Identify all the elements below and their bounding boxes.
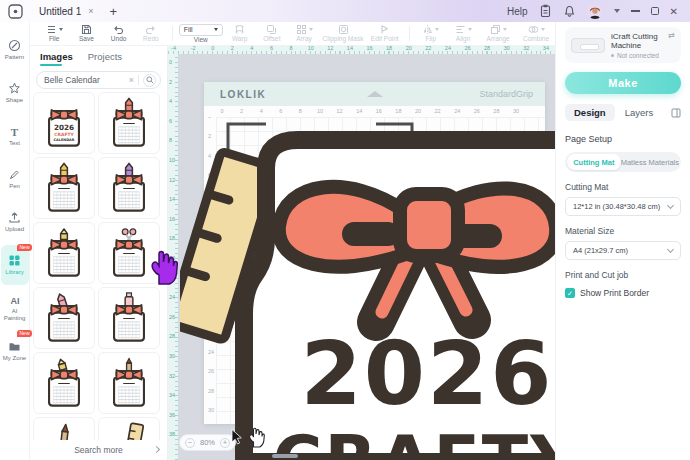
upload-icon [8,211,21,224]
library-item[interactable] [33,222,95,284]
flip-button[interactable]: Flip [415,24,447,43]
sidebar-item-text[interactable]: T Text [1,116,29,156]
ai-painting-icon: AI [8,294,22,306]
ruler-number: 8 [169,137,172,143]
library-item[interactable] [98,352,160,414]
arrange-icon [490,24,501,35]
ruler-number: 0 [169,59,172,65]
account-menu-caret-icon[interactable] [614,9,620,13]
edit-point-button[interactable]: Edit Point [366,24,404,43]
design-word-text: CRAFTY [273,421,555,460]
machine-name: iCraft Cutting Machine [611,32,675,50]
offset-button[interactable]: Offset [256,24,288,43]
home-button[interactable] [8,4,23,19]
zoom-out-button[interactable]: − [185,438,195,448]
view-mode-select[interactable]: Fill [179,24,223,36]
collapse-panel-icon[interactable] [671,108,681,118]
user-avatar[interactable] [587,3,603,19]
combine-button[interactable]: Combine [517,24,555,43]
design-artwork[interactable]: 2026 CRAFTY [180,110,555,460]
status-dot [611,54,614,57]
redo-button[interactable]: Redo [135,24,167,43]
search-button[interactable] [143,74,156,87]
cutting-mat-label: Cutting Mat [565,182,681,192]
window-close-button[interactable]: ✕ [670,6,678,17]
ruler-number: 38 [169,431,175,437]
pen-icon [8,168,21,181]
search-value[interactable]: Belle Calendar [44,75,125,85]
sidebar-item-my-zone[interactable]: New My Zone [1,331,29,371]
library-item[interactable] [33,157,95,219]
zoom-control: − 80% + [179,434,236,451]
ruler-number: 28 [169,333,175,339]
file-button[interactable]: File [38,24,70,43]
sidebar-item-upload[interactable]: Upload [1,202,29,242]
ruler-number: 36 [169,412,175,418]
undo-button[interactable]: Undo [103,24,135,43]
align-button[interactable]: Align [447,24,479,43]
machine-card[interactable]: iCraft Cutting Machine Not connected ⇄ [565,27,681,63]
sidebar-item-library[interactable]: New Library [1,245,29,285]
right-panel: iCraft Cutting Machine Not connected ⇄ M… [555,22,690,460]
toggle-cutting-mat[interactable]: Cutting Mat [567,154,621,170]
window-minimize-button[interactable] [631,10,640,12]
mat-header: LOKLIK StandardGrip [204,82,545,106]
notifications-bell-icon[interactable] [563,4,576,18]
sidebar-item-ai-painting[interactable]: AI AI Painting [1,288,29,328]
svg-text:T: T [11,126,19,138]
tab-images[interactable]: Images [40,51,73,66]
zoom-in-button[interactable]: + [220,438,230,448]
ruler-number: 10 [169,157,175,163]
avatar-image [587,3,603,19]
document-tab[interactable]: Untitled 1 × [39,6,94,17]
window-maximize-button[interactable] [651,7,659,15]
horizontal-scrollbar[interactable] [272,454,298,458]
array-button[interactable]: Array [288,24,320,43]
switch-machine-icon[interactable]: ⇄ [668,31,675,40]
toolbar-separator [172,26,173,41]
machine-image [571,38,605,53]
cutting-mat-select[interactable]: 12*12 in (30.48*30.48 cm) [565,197,681,216]
make-button[interactable]: Make [565,72,681,94]
sidebar-item-shape[interactable]: Shape [1,73,29,113]
caret-down-icon [214,28,218,31]
chevron-down-icon [667,245,674,252]
library-item[interactable] [98,157,160,219]
tab-design[interactable]: Design [565,104,615,121]
library-item[interactable] [98,92,160,154]
checkbox-checked[interactable] [565,288,575,298]
search-more-button[interactable]: Search more [30,442,167,458]
library-item[interactable] [33,417,95,440]
library-item[interactable] [98,417,160,440]
material-size-select[interactable]: A4 (21x29.7 cm) [565,241,681,260]
library-item[interactable] [98,287,160,349]
library-item[interactable]: 2026CRAFTYCALENDAR [33,92,95,154]
save-button[interactable]: Save [70,24,102,43]
library-search-input[interactable]: Belle Calendar × [36,71,161,89]
new-tab-button[interactable]: + [110,5,118,18]
print-cut-label: Print and Cut job [565,270,681,280]
design-canvas[interactable]: -4-20246810121416182022242628303234 0246… [168,44,555,460]
library-item[interactable] [33,352,95,414]
sidebar-item-pattern[interactable]: Pattern [1,30,29,70]
caret-down-icon [309,28,313,31]
arrange-button[interactable]: Arrange [479,24,517,43]
clipboard-icon[interactable] [539,4,552,18]
library-item[interactable] [33,287,95,349]
clear-search-icon[interactable]: × [129,75,134,85]
sidebar-item-pen[interactable]: Pen [1,159,29,199]
tab-projects[interactable]: Projects [88,51,122,66]
design-bow-left-slot [342,222,400,246]
close-tab-icon[interactable]: × [88,6,93,16]
view-control[interactable]: Fill View [178,24,224,44]
home-icon [8,4,23,19]
warp-button[interactable]: Warp [223,24,255,43]
toggle-matless-materials[interactable]: Matless Materials [621,154,679,170]
panel-tabs: Design Layers [565,104,681,121]
clipping-mask-button[interactable]: Clipping Mask [320,24,366,43]
library-icon [8,254,21,267]
chevron-down-icon [667,201,674,208]
tab-layers[interactable]: Layers [625,107,654,118]
hand-cursor [247,426,265,448]
help-button[interactable]: Help [507,6,528,17]
